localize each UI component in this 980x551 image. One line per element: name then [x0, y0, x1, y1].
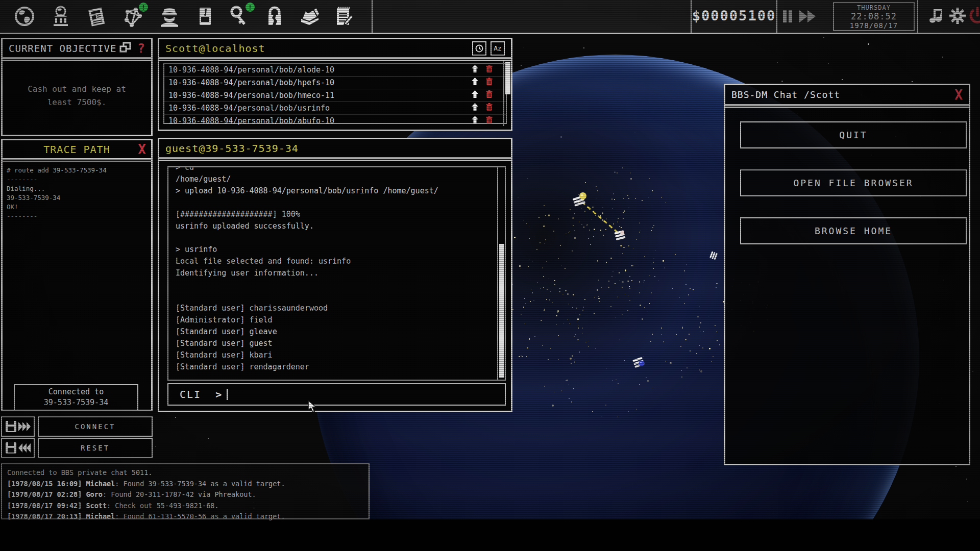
clock-day: THURSDAY — [857, 4, 891, 11]
trace-title: TRACE PATH — [43, 143, 110, 156]
bank-icon[interactable] — [49, 5, 72, 28]
message-timestamp: [1978/08/17 20:13] — [7, 512, 82, 520]
terminal-line — [176, 232, 505, 244]
terminal-line: [Standard user] rendagardener — [176, 361, 505, 373]
file-path: 10-936-4088-94/personal/bob/abufo-10 — [168, 116, 471, 126]
terminal-line: [Standard user] guest — [176, 338, 505, 349]
world-icon[interactable] — [13, 5, 36, 28]
bbs-log-message: [1978/08/17 02:28] Goro: Found 20-311-17… — [7, 489, 363, 500]
open-file-browser-button[interactable]: OPEN FILE BROWSER — [740, 169, 967, 196]
cli-input-bar[interactable]: CLI > — [167, 383, 506, 406]
message-timestamp: [1978/08/15 16:09] — [7, 480, 82, 488]
lock-cracker-icon[interactable] — [263, 5, 286, 28]
power-icon[interactable] — [968, 6, 980, 26]
settings-gear-icon[interactable] — [948, 6, 967, 26]
keys-alert-badge: ! — [246, 3, 255, 12]
bbs-log-panel: Connected to BBS private chat 5011. [197… — [1, 463, 370, 519]
bbs-chat-window: BBS-DM Chat /Scott X QUIT OPEN FILE BROW… — [724, 84, 970, 465]
map-node-blue[interactable] — [631, 355, 647, 372]
trash-icon[interactable] — [486, 90, 493, 101]
terminal-line — [176, 197, 505, 209]
upload-arrow-icon[interactable] — [471, 65, 479, 75]
news-icon[interactable] — [85, 5, 109, 28]
terminal-line: > usrinfo — [176, 244, 505, 256]
trace-log-line: Dialing... — [7, 184, 107, 193]
connected-number: 39-533-7539-34 — [44, 397, 108, 408]
file-path: 10-936-4088-94/personal/bob/hpefs-10 — [168, 78, 471, 87]
trash-icon[interactable] — [486, 103, 493, 113]
file-row[interactable]: 10-936-4088-94/personal/bob/hpefs-10 — [164, 77, 506, 89]
close-icon[interactable]: X — [138, 143, 146, 156]
close-icon[interactable]: X — [954, 88, 963, 102]
text-caret — [227, 389, 228, 400]
file-list-scrollbar[interactable] — [503, 61, 511, 126]
popout-icon[interactable] — [119, 41, 132, 56]
terminal-scrollback[interactable]: > cd/home/guest/> upload 10-936-4088-94/… — [167, 166, 506, 381]
terminal-scrollbar[interactable] — [497, 167, 505, 380]
browse-home-button[interactable]: BROWSE HOME — [740, 217, 967, 244]
music-icon[interactable] — [926, 6, 946, 26]
spy-icon[interactable] — [158, 5, 181, 28]
terminal-line: Local file selected and found: usrinfo — [176, 256, 505, 267]
logs-icon[interactable] — [298, 5, 322, 28]
remote-terminal-window: guest@39-533-7539-34 > cd/home/guest/> u… — [158, 138, 512, 412]
clock-date: 1978/08/17 — [850, 21, 898, 30]
file-row[interactable]: 10-936-4088-94/personal/bob/usrinfo — [164, 102, 506, 115]
message-timestamp: [1978/08/17 02:28] — [7, 490, 82, 498]
objective-text: Cash out and keep at least 7500$. — [13, 83, 141, 109]
terminal-line: [Standard user] kbari — [176, 349, 505, 361]
contracts-icon[interactable] — [193, 5, 217, 28]
trace-log-line: 39-533-7539-34 — [7, 193, 107, 203]
bbs-title: BBS-DM Chat /Scott — [731, 89, 840, 100]
upload-arrow-icon[interactable] — [471, 78, 479, 88]
trash-icon[interactable] — [486, 116, 493, 126]
terminal-line: > cd — [176, 166, 505, 173]
bbs-log-message: [1978/08/17 09:42] Scott: Check out 55-4… — [7, 500, 363, 512]
help-icon[interactable]: ? — [137, 41, 145, 56]
bbs-log-message: [1978/08/17 20:13] Michael: Found 61-131… — [7, 511, 363, 522]
network-icon[interactable]: ! — [121, 5, 145, 28]
file-row[interactable]: 10-936-4088-94/personal/bob/abufo-10 — [164, 115, 506, 127]
terminal-line — [176, 279, 505, 291]
terminal-line — [176, 291, 505, 303]
trash-icon[interactable] — [486, 78, 493, 88]
quit-button[interactable]: QUIT — [740, 121, 967, 148]
file-path: 10-936-4088-94/personal/bob/alode-10 — [168, 65, 471, 74]
keys-icon[interactable]: ! — [228, 5, 252, 28]
file-row[interactable]: 10-936-4088-94/personal/bob/alode-10 — [164, 64, 506, 77]
message-author: Goro — [86, 490, 103, 498]
trash-icon[interactable] — [486, 65, 493, 75]
file-list: 10-936-4088-94/personal/bob/alode-10 — [163, 63, 507, 124]
map-node-white[interactable] — [612, 228, 628, 245]
notes-icon[interactable] — [332, 5, 355, 28]
map-node-small[interactable] — [708, 251, 719, 262]
trace-log-line: # route add 39-533-7539-34 — [7, 166, 107, 175]
file-row[interactable]: 10-936-4088-94/personal/bob/hmeco-11 — [164, 89, 506, 102]
objective-title: CURRENT OBJECTIVE — [9, 43, 116, 54]
cli-label: CLI — [180, 388, 201, 400]
message-text: : Found 20-311-1787-42 via Phreakout. — [103, 490, 256, 498]
message-author: Scott — [86, 502, 107, 510]
trace-log-line: OK! — [7, 203, 107, 212]
terminal-line: > upload 10-936-4088-94/personal/bob/usr… — [176, 185, 505, 197]
pause-icon — [783, 10, 792, 22]
upload-arrow-icon[interactable] — [471, 90, 479, 101]
message-author: Michael — [86, 512, 115, 520]
history-clock-button[interactable] — [472, 41, 486, 56]
save-rewind-icon[interactable] — [1, 438, 35, 458]
upload-arrow-icon[interactable] — [471, 116, 479, 126]
map-node-yellow[interactable] — [571, 191, 590, 211]
mouse-cursor — [307, 400, 320, 415]
sort-az-button[interactable]: Az — [491, 41, 505, 56]
message-timestamp: [1978/08/17 09:42] — [7, 502, 82, 510]
upload-arrow-icon[interactable] — [471, 103, 479, 113]
reset-button[interactable]: RESET — [38, 438, 153, 458]
terminal-line: [Administrator] field — [176, 314, 505, 326]
connected-status-box: Connected to 39-533-7539-34 — [14, 384, 138, 411]
network-alert-badge: ! — [139, 3, 148, 12]
save-forward-icon[interactable] — [1, 416, 35, 437]
connect-button[interactable]: CONNECT — [38, 416, 153, 437]
cli-prompt: > — [215, 388, 222, 400]
message-text: : Found 61-131-5570-56 as a valid target… — [115, 512, 285, 520]
terminal-line: usrinfo uploaded successfully. — [176, 220, 505, 232]
